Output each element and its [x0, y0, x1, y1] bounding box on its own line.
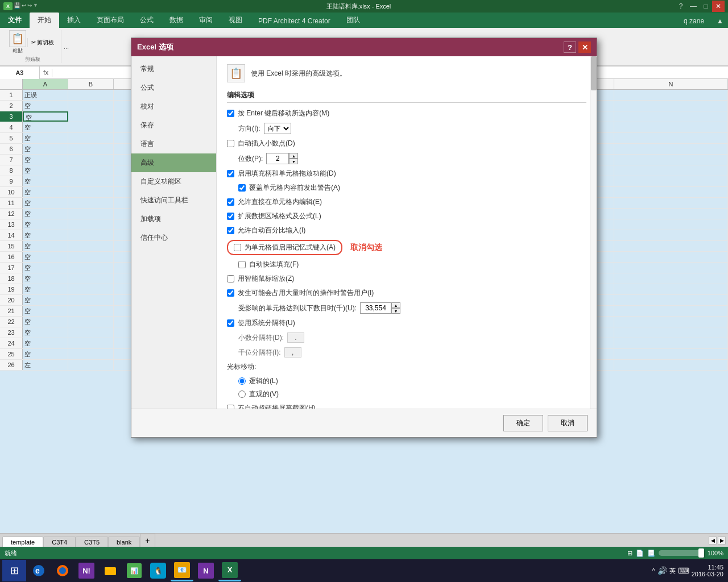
label-autocomplete: 为单元格值启用记忆式键入(A) — [245, 243, 336, 252]
dialog-title: Excel 选项 — [137, 42, 173, 52]
label-direct-edit: 允许直接在单元格内编辑(E) — [238, 197, 322, 207]
tab-home[interactable]: 开始 — [30, 13, 59, 28]
nav-item-trust-center[interactable]: 信任中心 — [131, 228, 216, 247]
tab-insert[interactable]: 插入 — [59, 13, 89, 28]
direction-label: 方向(I): — [238, 124, 260, 134]
label-extend-formats: 扩展数据区域格式及公式(L) — [238, 211, 321, 221]
desc-text: 使用 Excel 时采用的高级选项。 — [251, 64, 346, 78]
dialog-scrollbar[interactable] — [590, 56, 597, 409]
dialog-scrollbar-thumb — [591, 56, 597, 90]
option-autocomplete-highlighted: 为单元格值启用记忆式键入(A) — [227, 240, 342, 255]
label-overwrite-alert: 覆盖单元格内容前发出警告(A) — [249, 183, 340, 193]
tab-view[interactable]: 视图 — [221, 13, 250, 28]
option-slow-warn: 发生可能会占用大量时间的操作时警告用户(I) — [227, 288, 586, 298]
taskbar-greenicon[interactable]: 📊 — [123, 560, 146, 581]
option-auto-decimal: 自动插入小数点(D) — [227, 139, 586, 148]
direction-select[interactable]: 向下 向上 向左 向右 — [264, 123, 291, 134]
cancel-button[interactable]: 取消 — [548, 415, 588, 431]
dialog-titlebar-controls: ? ✕ — [564, 41, 591, 53]
checkbox-system-sep[interactable] — [227, 319, 234, 327]
nav-item-proofing[interactable]: 校对 — [131, 97, 216, 116]
title-bar: X 💾 ↩ ↪ ▼ 王陆语料库.xlsx - Excel ? — □ ✕ — [0, 0, 728, 13]
nav-item-quick-access[interactable]: 快速访问工具栏 — [131, 191, 216, 210]
minimize-button[interactable]: — — [687, 1, 700, 12]
digits-spinner: ▲ ▼ — [266, 153, 298, 164]
tab-data[interactable]: 数据 — [162, 13, 191, 28]
nav-item-advanced[interactable]: 高级 — [131, 153, 216, 172]
thousands-sep-input — [284, 347, 301, 357]
checkbox-extend-formats[interactable] — [227, 213, 234, 220]
taskbar-excel-icon[interactable]: X — [218, 560, 241, 581]
clock-area: 11:45 2016-03-20 — [692, 564, 723, 577]
checkbox-flash-fill[interactable] — [238, 261, 246, 268]
cells-down-button[interactable]: ▼ — [391, 308, 400, 314]
radio-cursor-logical[interactable] — [238, 377, 246, 385]
cells-up-button[interactable]: ▲ — [391, 302, 400, 308]
nav-item-addins[interactable]: 加载项 — [131, 210, 216, 228]
taskbar-qq-icon[interactable]: 🐧 — [147, 560, 169, 581]
tab-pagelayout[interactable]: 页面布局 — [89, 13, 132, 28]
taskbar-explorer-icon[interactable] — [99, 560, 122, 581]
label-auto-percent: 允许自动百分比输入(I) — [238, 226, 305, 235]
taskbar-firefox-icon[interactable] — [51, 560, 74, 581]
label-system-sep: 使用系统分隔符(U) — [238, 318, 295, 328]
option-no-hyperlink: 不自动超链接屏幕截图(H) — [227, 404, 586, 409]
checkbox-slow-warn[interactable] — [227, 289, 234, 297]
checkbox-overwrite-alert[interactable] — [238, 184, 246, 192]
checkbox-no-hyperlink[interactable] — [227, 405, 234, 409]
start-button[interactable]: ⊞ — [2, 560, 26, 581]
cursor-move-section: 光标移动: — [227, 362, 586, 372]
save-icon-title: 💾 — [14, 2, 20, 10]
dialog-content: 📋 使用 Excel 时采用的高级选项。 编辑选项 按 Enter 键后移动所选… — [217, 56, 597, 409]
option-thousands-sep: 千位分隔符(I): — [238, 347, 586, 357]
digits-input[interactable] — [266, 153, 289, 164]
ribbon-collapse-button[interactable]: ▲ — [712, 14, 728, 28]
digits-label: 位数(P): — [238, 154, 263, 164]
dialog-help-button[interactable]: ? — [564, 41, 576, 53]
dialog-close-button[interactable]: ✕ — [578, 41, 591, 53]
svg-text:e: e — [35, 566, 40, 575]
label-fill-handle: 启用填充柄和单元格拖放功能(D) — [238, 169, 336, 178]
label-no-hyperlink: 不自动超链接屏幕截图(H) — [238, 404, 316, 409]
radio-cursor-visual[interactable] — [238, 390, 246, 398]
option-fill-handle: 启用填充柄和单元格拖放功能(D) — [227, 169, 586, 178]
checkbox-direct-edit[interactable] — [227, 198, 234, 206]
desc-icon: 📋 — [227, 64, 245, 82]
tab-team[interactable]: 团队 — [338, 13, 368, 28]
tray-arrow[interactable]: ^ — [652, 567, 655, 574]
help-button[interactable]: ? — [675, 1, 687, 12]
checkbox-autocomplete[interactable] — [234, 244, 241, 251]
tab-review[interactable]: 审阅 — [191, 13, 221, 28]
tab-pdf[interactable]: PDF Architect 4 Creator — [250, 14, 338, 28]
close-button[interactable]: ✕ — [712, 1, 725, 12]
nav-item-formula[interactable]: 公式 — [131, 78, 216, 97]
dialog: Excel 选项 ? ✕ 常规 公式 校对 保存 语言 高级 自定义功能区 快速… — [131, 38, 597, 438]
option-cursor-visual: 直观的(V) — [238, 389, 586, 399]
checkbox-auto-percent[interactable] — [227, 227, 234, 234]
taskbar-ie-icon[interactable]: e — [27, 560, 50, 581]
digits-down-button[interactable]: ▼ — [289, 159, 298, 164]
nav-item-customize-ribbon[interactable]: 自定义功能区 — [131, 172, 216, 191]
cells-threshold-input[interactable] — [360, 302, 391, 314]
file-tab[interactable]: 文件 — [0, 13, 30, 28]
restore-button[interactable]: □ — [700, 1, 712, 12]
volume-icon[interactable]: 🔊 — [657, 566, 667, 575]
option-autocomplete-row: 为单元格值启用记忆式键入(A) 取消勾选 — [227, 240, 586, 255]
taskbar-onenote2-icon[interactable]: N — [195, 560, 217, 581]
checkbox-enter-move[interactable] — [227, 110, 234, 117]
checkbox-zoom-scroll[interactable] — [227, 275, 234, 282]
tab-formula[interactable]: 公式 — [132, 13, 162, 28]
option-enter-move: 按 Enter 键后移动所选内容(M) — [227, 109, 586, 118]
nav-item-save[interactable]: 保存 — [131, 116, 216, 135]
nav-item-language[interactable]: 语言 — [131, 135, 216, 153]
dialog-body: 常规 公式 校对 保存 语言 高级 自定义功能区 快速访问工具栏 加载项 信任中… — [131, 56, 597, 409]
digits-up-button[interactable]: ▲ — [289, 153, 298, 159]
nav-item-general[interactable]: 常规 — [131, 60, 216, 78]
taskbar-onenote-icon[interactable]: N! — [75, 560, 98, 581]
language-indicator: 英 — [669, 567, 676, 575]
checkbox-auto-decimal[interactable] — [227, 140, 234, 147]
option-zoom-scroll: 用智能鼠标缩放(Z) — [227, 274, 586, 284]
ok-button[interactable]: 确定 — [503, 415, 543, 431]
taskbar-mail-icon[interactable]: 📧 — [171, 560, 193, 581]
checkbox-fill-handle[interactable] — [227, 170, 234, 177]
